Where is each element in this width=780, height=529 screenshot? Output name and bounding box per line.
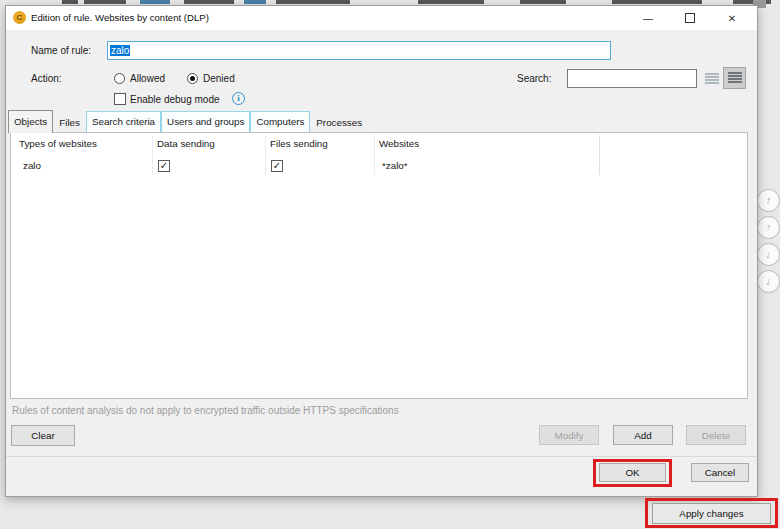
- rule-name-input[interactable]: zalo: [107, 41, 611, 60]
- minimize-icon: —: [643, 13, 653, 24]
- apply-changes-button[interactable]: Apply changes: [652, 503, 771, 524]
- tab-computers[interactable]: Computers: [250, 111, 310, 133]
- column-separator: [152, 135, 153, 175]
- websites-table: Types of websites Data sending Files sen…: [10, 132, 748, 399]
- footer-separator: [6, 456, 757, 457]
- tab-search-criteria[interactable]: Search criteria: [86, 111, 161, 133]
- column-separator: [599, 135, 600, 175]
- denied-radio[interactable]: [187, 73, 198, 84]
- rule-name-value: zalo: [110, 45, 130, 56]
- column-header-websites[interactable]: Websites: [379, 138, 419, 149]
- background-text-fragment: [418, 0, 484, 4]
- search-label: Search:: [517, 69, 551, 88]
- background-text-fragment: [276, 0, 350, 4]
- screen: ↑ ↑ ↓ ↓ C Edition of rule. Websites by c…: [0, 0, 780, 529]
- add-button[interactable]: Add: [613, 425, 673, 445]
- column-header-types-of-websites[interactable]: Types of websites: [19, 138, 97, 149]
- arrow-up-icon: ↑: [763, 190, 773, 211]
- clear-button[interactable]: Clear: [11, 425, 75, 446]
- data-sending-checkbox[interactable]: [158, 160, 170, 172]
- background-text-fragment: [520, 0, 566, 4]
- https-note: Rules of content analysis do not apply t…: [12, 401, 399, 420]
- name-of-rule-label: Name of rule:: [31, 41, 91, 60]
- column-header-files-sending[interactable]: Files sending: [270, 138, 328, 149]
- enable-debug-checkbox[interactable]: [114, 93, 126, 105]
- list-bars-icon: [728, 72, 742, 84]
- tab-users-and-groups[interactable]: Users and groups: [161, 111, 250, 133]
- arrow-up-icon: ↑: [763, 217, 773, 238]
- close-button[interactable]: ✕: [711, 6, 753, 30]
- tab-processes[interactable]: Processes: [310, 113, 368, 133]
- background-text-fragment: [244, 0, 266, 4]
- simple-list-view-icon[interactable]: [705, 73, 719, 84]
- tab-files[interactable]: Files: [53, 113, 86, 133]
- ok-button[interactable]: OK: [599, 463, 666, 482]
- row-type-cell: zalo: [23, 160, 41, 171]
- cancel-button[interactable]: Cancel: [691, 463, 749, 482]
- arrow-down-icon: ↓: [763, 271, 773, 292]
- column-separator: [265, 135, 266, 175]
- info-icon[interactable]: i: [232, 92, 245, 105]
- delete-button[interactable]: Delete: [686, 425, 746, 445]
- tab-objects[interactable]: Objects: [8, 110, 53, 133]
- arrow-down-icon: ↓: [763, 244, 773, 265]
- allowed-radio-label[interactable]: Allowed: [130, 69, 165, 88]
- background-text-fragment: [62, 0, 78, 4]
- denied-radio-label[interactable]: Denied: [203, 69, 235, 88]
- column-separator: [374, 135, 375, 175]
- move-up-button[interactable]: ↑: [757, 189, 780, 212]
- column-header-data-sending[interactable]: Data sending: [157, 138, 215, 149]
- edition-of-rule-dialog: C Edition of rule. Websites by content (…: [5, 5, 758, 497]
- dialog-title: Edition of rule. Websites by content (DL…: [31, 6, 209, 30]
- action-label: Action:: [31, 69, 62, 88]
- modify-button[interactable]: Modify: [539, 425, 599, 445]
- minimize-button[interactable]: —: [627, 6, 669, 30]
- background-text-fragment: [612, 0, 702, 4]
- move-down-button[interactable]: ↓: [757, 243, 780, 266]
- files-sending-checkbox[interactable]: [271, 160, 283, 172]
- background-text-fragment: [84, 0, 126, 4]
- background-text-fragment: [140, 0, 170, 4]
- move-down-button[interactable]: ↓: [757, 270, 780, 293]
- search-input[interactable]: [567, 69, 697, 88]
- maximize-icon: [685, 13, 695, 23]
- tab-bar: Objects Files Search criteria Users and …: [8, 110, 368, 133]
- row-websites-cell: *zalo*: [382, 160, 408, 171]
- detailed-list-view-icon[interactable]: [723, 67, 746, 89]
- enable-debug-label[interactable]: Enable debug mode: [130, 90, 220, 109]
- allowed-radio[interactable]: [114, 73, 125, 84]
- close-icon: ✕: [728, 13, 736, 24]
- maximize-button[interactable]: [669, 6, 711, 30]
- app-logo-icon: C: [13, 11, 26, 24]
- move-up-button[interactable]: ↑: [757, 216, 780, 239]
- dialog-titlebar[interactable]: C Edition of rule. Websites by content (…: [6, 6, 757, 30]
- background-text-fragment: [184, 0, 234, 4]
